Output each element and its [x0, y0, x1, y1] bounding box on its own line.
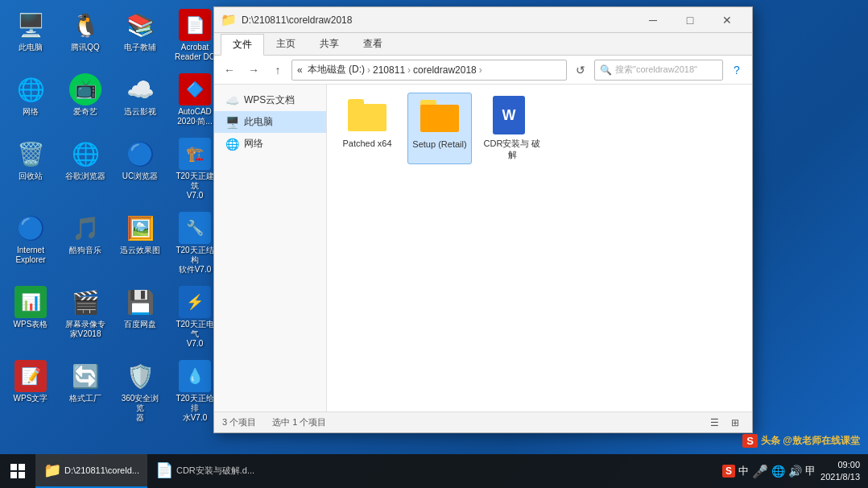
folder-setup-icon	[420, 97, 459, 135]
status-item-count: 3 个项目	[222, 416, 256, 428]
tray-lang-icon[interactable]: 甲	[805, 464, 816, 478]
youku-icon: ☁️	[124, 73, 156, 105]
desktop-icon-format[interactable]: 🔄 格式工厂	[61, 358, 110, 425]
start-button[interactable]	[0, 454, 35, 488]
taskbar-explorer-icon: 📁	[43, 461, 60, 479]
desktop-icon-edu[interactable]: 📚 电子教辅	[116, 6, 164, 64]
breadcrumb-folder1: 210811	[373, 64, 405, 76]
desktop-icon-t20jz[interactable]: 🏗️ T20天正建筑V7.0	[171, 135, 219, 203]
desktop-icon-recycle[interactable]: 🗑️ 回收站	[6, 135, 55, 203]
breadcrumb-folder2: coreldraw2018	[413, 64, 477, 76]
desktop-icon-pc[interactable]: 🖥️ 此电脑	[6, 6, 55, 64]
desktop-icon-effect[interactable]: 🖼️ 迅云效果图	[116, 209, 164, 277]
chrome-icon: 🌐	[69, 138, 101, 170]
desktop-icon-t20plumb[interactable]: 💧 T20天正给排水V7.0	[171, 358, 219, 425]
watermark-text: S 头条 @敖老师在线课堂	[742, 434, 860, 448]
file-cdr-name: CDR安装与 破解	[483, 138, 541, 161]
tray-volume-icon: 🔊	[788, 465, 802, 478]
file-setup-name: Setup (Retail)	[412, 139, 466, 150]
sidebar-item-this-pc[interactable]: 🖥️ 此电脑	[214, 111, 326, 133]
desktop-icon-wps-word[interactable]: 📝 WPS文字	[6, 358, 55, 425]
desktop-icon-t20jg[interactable]: 🔧 T20天正结构软件V7.0	[171, 209, 219, 277]
taskbar: 📁 D:\210811\coreld... 📄 CDR安装与破解.d... S …	[0, 454, 868, 488]
iqiyi-label: 爱奇艺	[73, 107, 97, 117]
desktop-icon-t20elec[interactable]: ⚡ T20天正电气V7.0	[171, 283, 219, 351]
taskbar-word-label: CDR安装与破解.d...	[176, 465, 254, 477]
search-bar[interactable]: 🔍 搜索"coreldraw2018"	[594, 60, 723, 81]
taskbar-item-word[interactable]: 📄 CDR安装与破解.d...	[147, 454, 262, 488]
forward-button[interactable]: →	[243, 60, 264, 81]
tab-home[interactable]: 主页	[264, 33, 308, 55]
breadcrumb-local: 本地磁盘 (D:)	[308, 63, 365, 77]
t20elec-label: T20天正电气V7.0	[173, 320, 217, 349]
ribbon-tabs: 文件 主页 共享 查看	[214, 33, 752, 56]
desktop-icon-screenrec[interactable]: 🎬 屏幕录像专家V2018	[61, 283, 110, 351]
ie-label: InternetExplorer	[15, 246, 45, 265]
qq-icon: 🐧	[69, 9, 101, 41]
recycle-icon: 🗑️	[14, 138, 47, 170]
back-button[interactable]: ←	[219, 60, 240, 81]
desktop-icon-qq[interactable]: 🐧 腾讯QQ	[61, 6, 110, 64]
nav-bar: ← → ↑ « 本地磁盘 (D:) › 210811 › coreldraw20…	[214, 56, 752, 85]
sidebar-item-network[interactable]: 🌐 网络	[214, 133, 326, 155]
desktop-icon-wps-table[interactable]: 📊 WPS表格	[6, 283, 55, 351]
folder-patched-icon	[348, 96, 386, 134]
tab-file[interactable]: 文件	[221, 34, 264, 56]
desktop-icon-acrobat[interactable]: 📄 AcrobatReader DC	[171, 6, 219, 64]
edu-icon: 📚	[124, 9, 156, 41]
tab-share[interactable]: 共享	[308, 33, 351, 55]
help-button[interactable]: ?	[726, 60, 747, 81]
t20jg-label: T20天正结构软件V7.0	[173, 246, 217, 275]
view-details-button[interactable]: ☰	[705, 415, 723, 431]
t20plumb-icon: 💧	[179, 360, 211, 392]
desktop-icon-baidu[interactable]: 💾 百度网盘	[116, 283, 164, 351]
maximize-button[interactable]: □	[672, 8, 709, 32]
screenrec-label: 屏幕录像专家V2018	[65, 320, 105, 339]
desktop-icon-youku[interactable]: ☁️ 迅云影视	[116, 71, 164, 129]
file-item-setup[interactable]: Setup (Retail)	[407, 93, 472, 164]
status-bar: 3 个项目 选中 1 个项目 ☰ ⊞	[214, 411, 752, 432]
desktop-icon-iqiyi[interactable]: 📺 爱奇艺	[61, 71, 110, 129]
minimize-button[interactable]: ─	[634, 8, 672, 32]
desktop-icon-autocad[interactable]: 🔷 AutoCAD2020·简...	[171, 71, 219, 129]
tray-ime-zh[interactable]: 中	[738, 464, 749, 478]
360-icon: 🛡️	[124, 360, 156, 392]
desktop-icon-ie[interactable]: 🔵 InternetExplorer	[6, 209, 55, 277]
baidu-label: 百度网盘	[124, 320, 156, 329]
acrobat-icon: 📄	[179, 9, 211, 41]
refresh-button[interactable]: ↺	[570, 60, 591, 81]
explorer-title: D:\210811\coreldraw2018	[242, 14, 634, 26]
close-button[interactable]: ✕	[709, 8, 746, 32]
tray-date: 2021/8/13	[820, 471, 860, 483]
desktop-icon-chrome[interactable]: 🌐 谷歌浏览器	[61, 135, 110, 203]
tray-sogou-icon[interactable]: S	[722, 465, 735, 478]
address-bar[interactable]: « 本地磁盘 (D:) › 210811 › coreldraw2018 ›	[291, 60, 567, 81]
desktop-icon-kugou[interactable]: 🎵 酷狗音乐	[61, 209, 110, 277]
file-item-cdr[interactable]: W CDR安装与 破解	[480, 93, 544, 164]
tab-view[interactable]: 查看	[351, 33, 395, 55]
up-button[interactable]: ↑	[267, 60, 288, 81]
word-cdr-icon: W	[493, 96, 531, 134]
sogou-icon: S	[742, 434, 758, 448]
format-label: 格式工厂	[69, 394, 101, 403]
file-item-patched[interactable]: Patched x64	[335, 93, 399, 164]
status-view-controls: ☰ ⊞	[705, 415, 744, 431]
desktop: 🖥️ 此电脑 🐧 腾讯QQ 📚 电子教辅 📄 AcrobatReader DC …	[0, 0, 868, 488]
taskbar-item-explorer[interactable]: 📁 D:\210811\coreld...	[35, 454, 147, 488]
desktop-icon-uc[interactable]: 🔵 UC浏览器	[116, 135, 164, 203]
screenrec-icon: 🎬	[69, 286, 101, 318]
net-label: 网络	[23, 107, 39, 117]
breadcrumb-drive: «	[297, 64, 303, 76]
net-icon: 🌐	[14, 73, 47, 105]
qq-label: 腾讯QQ	[71, 43, 100, 52]
desktop-icon-net[interactable]: 🌐 网络	[6, 71, 55, 129]
effect-label: 迅云效果图	[120, 246, 160, 255]
taskbar-items: 📁 D:\210811\coreld... 📄 CDR安装与破解.d...	[35, 454, 714, 488]
sidebar-item-wps-cloud[interactable]: ☁️ WPS云文档	[214, 89, 326, 111]
chrome-label: 谷歌浏览器	[65, 172, 105, 181]
desktop-icon-360[interactable]: 🛡️ 360安全浏览器	[116, 358, 164, 425]
explorer-title-icon: 📁	[221, 12, 237, 27]
view-tiles-button[interactable]: ⊞	[726, 415, 744, 431]
search-icon: 🔍	[600, 64, 612, 76]
tray-clock[interactable]: 09:00 2021/8/13	[820, 459, 860, 484]
